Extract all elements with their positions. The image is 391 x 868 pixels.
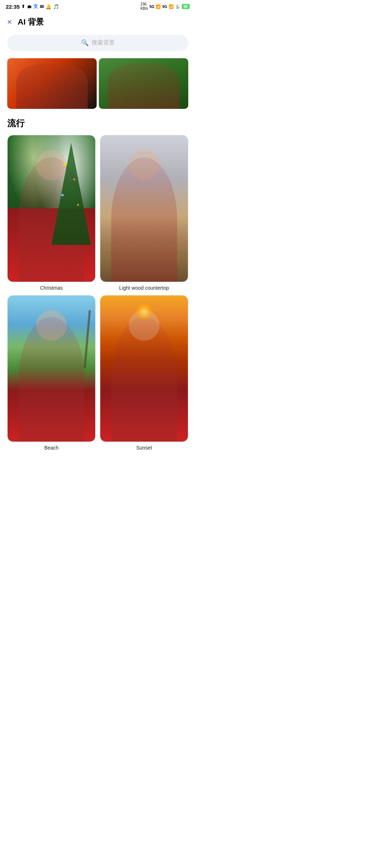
upload-icon: ⬆: [21, 4, 25, 9]
alipay-icon: 支: [33, 3, 38, 10]
grid-image-beach: [7, 295, 96, 442]
bell-icon: 🔔: [46, 4, 51, 9]
preview-row: [0, 58, 196, 118]
tiktok-icon: 🎵: [53, 4, 59, 9]
wifi-icon: 📡: [175, 4, 180, 9]
signal-5g-2: 5G: [162, 5, 167, 9]
battery-indicator: 95: [182, 4, 190, 9]
weather-icon: 🌧: [27, 4, 31, 9]
grid-image-sunset: [100, 295, 188, 442]
grid-image-light-wood: [100, 135, 188, 282]
grid-item-sunset[interactable]: Sunset: [100, 295, 188, 451]
grid-label-sunset: Sunset: [136, 445, 152, 451]
close-button[interactable]: ×: [7, 18, 12, 26]
time-display: 22:35: [6, 4, 20, 10]
search-icon: 🔍: [81, 39, 89, 47]
network-speed: 236KB/s: [140, 2, 148, 11]
grid-label-beach: Beach: [44, 445, 59, 451]
background-grid: Christmas Light wood countertop Beach: [0, 135, 196, 451]
grid-label-christmas: Christmas: [40, 285, 63, 291]
page-title: AI 背景: [18, 17, 44, 27]
section-title-popular: 流行: [0, 118, 196, 135]
grid-item-christmas[interactable]: Christmas: [7, 135, 96, 291]
grid-item-light-wood[interactable]: Light wood countertop: [100, 135, 188, 291]
header: × AI 背景: [0, 12, 196, 33]
grid-item-beach[interactable]: Beach: [7, 295, 96, 451]
status-time: 22:35 ⬆ 🌧 支 ✉ 🔔 🎵: [6, 3, 59, 10]
signal-bars-1: 📶: [156, 4, 161, 9]
search-placeholder-text: 搜索背景: [92, 39, 115, 47]
mail-icon: ✉: [40, 4, 44, 9]
signal-5g-1: 5G: [150, 5, 154, 9]
status-bar: 22:35 ⬆ 🌧 支 ✉ 🔔 🎵 236KB/s 5G 📶 5G 📶 📡 95: [0, 0, 196, 12]
preview-thumb-original[interactable]: [7, 58, 97, 109]
signal-bars-2: 📶: [169, 4, 174, 9]
search-container: 🔍 搜索背景: [0, 33, 196, 58]
preview-thumb-nature[interactable]: [99, 58, 188, 109]
search-bar[interactable]: 🔍 搜索背景: [7, 35, 188, 51]
grid-image-christmas: [7, 135, 96, 282]
grid-label-light-wood: Light wood countertop: [119, 285, 169, 291]
status-right: 236KB/s 5G 📶 5G 📶 📡 95: [140, 2, 190, 11]
